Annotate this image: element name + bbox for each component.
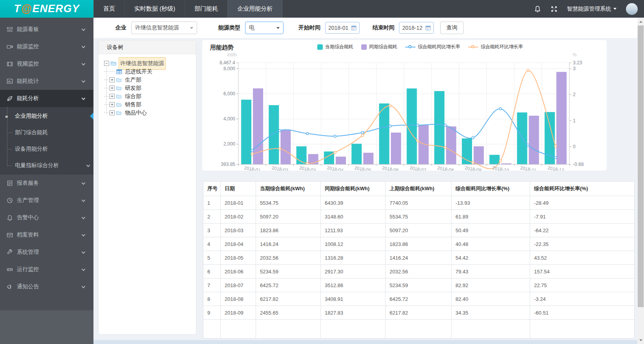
tree-node-0[interactable]: 总进线开关 bbox=[99, 67, 194, 76]
sidebar-item-5[interactable]: 报表服务 bbox=[0, 175, 93, 192]
sidebar-subitem-4-0[interactable]: »企业用能分析 bbox=[0, 108, 93, 124]
legend-item-mom-growth[interactable]: 综合能耗环比增长率 bbox=[468, 44, 523, 50]
table-cell: 6217.82 bbox=[256, 292, 321, 306]
bell-icon[interactable] bbox=[534, 5, 541, 13]
point-yoy-growth bbox=[306, 133, 309, 135]
table-cell: 7740.05 bbox=[386, 196, 452, 210]
calendar-icon bbox=[351, 25, 357, 31]
scroll-up-arrow[interactable] bbox=[637, 18, 644, 25]
top-tab-2[interactable]: 部门能耗 bbox=[185, 0, 227, 18]
svg-text:2018-08: 2018-08 bbox=[437, 166, 454, 171]
tree-collapse-toggle[interactable]: − bbox=[104, 61, 109, 66]
sidebar-subitem-4-3[interactable]: 电量指标综合分析 bbox=[0, 157, 93, 174]
tree-expand-toggle[interactable]: + bbox=[110, 94, 115, 99]
tree-root-node[interactable]: − 许继信息智慧能源 bbox=[99, 59, 194, 67]
sidebar-item-1[interactable]: 能源监控 bbox=[0, 38, 93, 55]
table-row-6: 62018-065234.592917.302032.5679.43157.54 bbox=[203, 265, 635, 278]
tree-expand-toggle[interactable]: + bbox=[110, 77, 115, 82]
vertical-scroll-thumb[interactable] bbox=[638, 25, 644, 307]
table-cell: 82.92 bbox=[452, 278, 530, 292]
folder-icon bbox=[116, 110, 122, 116]
vertical-scrollbar[interactable] bbox=[637, 18, 644, 344]
table-cell: 2032.56 bbox=[386, 265, 452, 278]
sidebar-item-9[interactable]: 系统管理 bbox=[0, 244, 93, 261]
clock-icon bbox=[6, 197, 13, 204]
sidebar: 能源看板能源监控视频监控能耗统计能耗分析»企业用能分析部门综合能耗设备用能分析电… bbox=[0, 18, 93, 344]
sidebar-item-3[interactable]: 能耗统计 bbox=[0, 73, 93, 90]
tree-node-1[interactable]: +生产部 bbox=[99, 76, 194, 84]
svg-text:2018-09: 2018-09 bbox=[465, 166, 482, 171]
point-mom-growth bbox=[251, 153, 253, 155]
chevron-down-icon bbox=[82, 79, 86, 83]
svg-text:2018-11: 2018-11 bbox=[520, 166, 537, 171]
tree-node-label: 总进线开关 bbox=[124, 68, 154, 76]
enterprise-select[interactable]: 许继信息智慧能源 bbox=[131, 22, 197, 34]
tree-expand-toggle[interactable]: + bbox=[110, 102, 115, 107]
tree-node-label: 物品中心 bbox=[124, 109, 148, 117]
tree-line bbox=[7, 133, 12, 133]
avatar[interactable] bbox=[626, 3, 638, 15]
bar-same-period-energy bbox=[253, 88, 263, 164]
chevron-down-icon bbox=[276, 27, 280, 29]
tree-node-label: 销售部 bbox=[124, 101, 143, 109]
svg-text:2018-02: 2018-02 bbox=[271, 166, 289, 171]
end-time-label: 结束时间 bbox=[372, 24, 394, 31]
legend-item-yoy-growth[interactable]: 综合能耗同比增长率 bbox=[405, 44, 460, 50]
query-button[interactable]: 查询 bbox=[440, 22, 464, 34]
chevron-down-icon bbox=[82, 250, 86, 254]
film-icon bbox=[6, 61, 13, 67]
active-item-marker bbox=[90, 113, 93, 120]
table-cell: 3148.60 bbox=[321, 210, 386, 224]
sidebar-subitem-4-2[interactable]: 设备用能分析 bbox=[0, 141, 93, 157]
data-table: 序号日期当期综合能耗(kWh)同期综合能耗(kWh)上期综合能耗(kWh)综合能… bbox=[203, 181, 635, 339]
table-cell bbox=[386, 320, 452, 339]
table-cell: 6430.39 bbox=[321, 196, 386, 210]
sidebar-subitem-4-1[interactable]: 部门综合能耗 bbox=[0, 124, 93, 141]
sidebar-item-8[interactable]: 档案资料 bbox=[0, 226, 93, 244]
tree-expand-toggle[interactable]: + bbox=[110, 86, 115, 91]
point-yoy-growth bbox=[527, 144, 529, 146]
scroll-down-arrow[interactable] bbox=[637, 337, 644, 343]
table-cell: 5234.59 bbox=[386, 278, 452, 292]
fullscreen-icon[interactable] bbox=[551, 5, 558, 13]
table-cell: 82.40 bbox=[452, 292, 530, 306]
tree-expand-toggle[interactable]: + bbox=[110, 110, 115, 115]
legend-item-current-energy[interactable]: 当期综合能耗 bbox=[317, 44, 353, 50]
svg-text:2018-06: 2018-06 bbox=[382, 166, 399, 171]
table-cell: 2018-01 bbox=[221, 196, 256, 210]
svg-text:2: 2 bbox=[573, 92, 576, 97]
tree-node-4[interactable]: +销售部 bbox=[99, 100, 194, 109]
sidebar-item-11[interactable]: 通知公告 bbox=[0, 278, 93, 295]
chevron-down-icon bbox=[82, 198, 86, 202]
bar-current-energy bbox=[269, 105, 279, 164]
start-time-label: 开始时间 bbox=[298, 24, 320, 31]
tree-node-3[interactable]: +综合部 bbox=[99, 92, 194, 100]
tree-node-5[interactable]: +物品中心 bbox=[99, 109, 194, 117]
table-cell: 5534.75 bbox=[256, 196, 321, 210]
table-cell: 1211.93 bbox=[321, 224, 386, 237]
top-tab-0[interactable]: 首页 bbox=[93, 0, 124, 18]
horizontal-scrollbar[interactable] bbox=[93, 340, 637, 344]
svg-text:8,467.4: 8,467.4 bbox=[220, 60, 235, 66]
top-tab-1[interactable]: 实时数据 (秒级) bbox=[124, 0, 185, 18]
system-menu[interactable]: 智慧能源管理系统 bbox=[567, 5, 617, 13]
top-tab-3[interactable]: 企业用能分析 bbox=[227, 0, 282, 18]
start-date-input[interactable]: 2018-01 bbox=[325, 22, 360, 34]
svg-text:2018-05: 2018-05 bbox=[354, 166, 371, 171]
brand-logo: T@ENERGY bbox=[0, 0, 93, 18]
sidebar-item-2[interactable]: 视频监控 bbox=[0, 55, 93, 73]
point-yoy-growth bbox=[361, 131, 364, 134]
tree-node-2[interactable]: +研发部 bbox=[99, 84, 194, 92]
table-header-cell-6: 综合能耗环比增长率(%) bbox=[530, 182, 635, 196]
energy-type-select[interactable]: 电 bbox=[245, 22, 284, 34]
sidebar-item-0[interactable]: 能源看板 bbox=[0, 21, 93, 38]
sidebar-item-4[interactable]: 能耗分析 bbox=[0, 90, 93, 107]
sidebar-menu: 能源看板能源监控视频监控能耗统计能耗分析»企业用能分析部门综合能耗设备用能分析电… bbox=[0, 18, 93, 310]
sidebar-item-10[interactable]: 运行监控 bbox=[0, 261, 93, 278]
legend-item-same-period-energy[interactable]: 同期综合能耗 bbox=[361, 44, 397, 50]
end-date-input[interactable]: 2018-12 bbox=[399, 22, 434, 34]
sidebar-item-6[interactable]: 生产管理 bbox=[0, 192, 93, 209]
table-cell: 2018-07 bbox=[221, 278, 256, 292]
table-cell: 61.89 bbox=[452, 210, 530, 224]
sidebar-item-7[interactable]: 告警中心 bbox=[0, 209, 93, 226]
